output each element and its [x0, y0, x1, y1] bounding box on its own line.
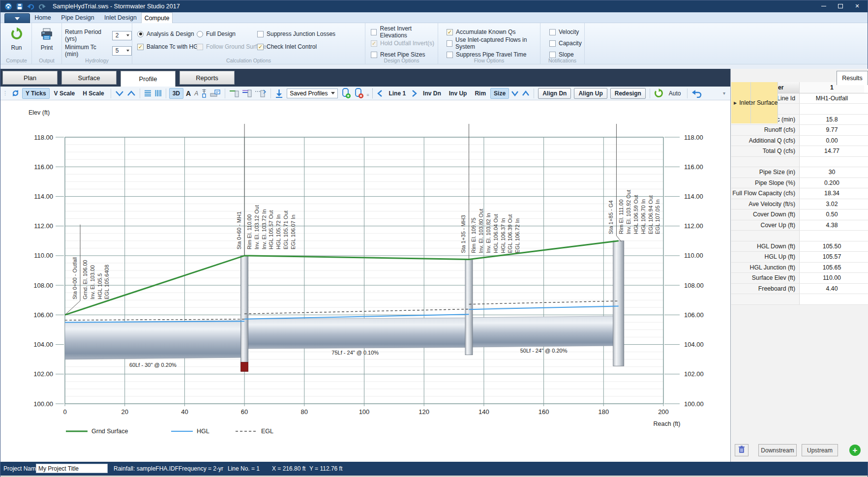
checkbox-reset-pipe-sizes[interactable]: Reset Pipe Sizes [371, 51, 425, 58]
radio-full-design[interactable]: Full Design [197, 30, 236, 37]
checkbox-reset-invert-elevations[interactable]: Reset Invert Elevations [371, 25, 438, 39]
toolbar-grip[interactable]: ⋮ [2, 90, 7, 96]
nudge-up-icon[interactable] [522, 90, 530, 96]
saved-profiles-select[interactable]: Saved Profiles [287, 89, 338, 98]
font-small-icon[interactable]: A [193, 90, 200, 97]
checkbox-accumulate-known-qs[interactable]: Accumulate Known Qs [447, 29, 515, 35]
expand-icon[interactable]: ▶ [734, 101, 737, 105]
minimum-tc-select[interactable]: 5 [112, 46, 132, 56]
results-row-value[interactable]: 0.00 [800, 136, 864, 146]
vertical-gridlines-icon[interactable] [154, 89, 162, 97]
results-row-value[interactable]: 9.77 [800, 125, 864, 135]
results-row[interactable]: Ave Velocity (ft/s)3.02 [731, 199, 868, 210]
results-row-value[interactable]: 105.50 [800, 241, 864, 252]
return-period-select[interactable]: 2 [112, 31, 132, 40]
h-scale-button[interactable]: H Scale [79, 88, 107, 99]
downstream-button[interactable]: Downstream [758, 444, 797, 456]
checkbox-suppress-pipe-travel-time[interactable]: Suppress Pipe Travel Time [447, 51, 526, 58]
results-row-value[interactable]: 14.77 [800, 146, 864, 156]
results-row[interactable]: HGL Up (ft)105.57 [731, 252, 868, 263]
results-group-header[interactable]: ▶Inlet [731, 82, 751, 123]
checkbox-velocity[interactable]: Velocity [549, 29, 579, 35]
delete-line-button[interactable] [735, 444, 748, 456]
results-row[interactable]: Full Flow Capacity (cfs)18.34 [731, 188, 868, 199]
results-group-row[interactable]: ◢Water Surface [731, 231, 868, 241]
invert-up-icon[interactable] [242, 89, 252, 97]
project-name-input[interactable] [36, 464, 108, 473]
checkbox-capacity[interactable]: Capacity [549, 40, 582, 47]
view-tab-reports[interactable]: Reports [180, 71, 235, 85]
inv-dn-button[interactable]: Inv Dn [419, 88, 445, 99]
pipe-extend-icon[interactable] [255, 89, 267, 97]
results-row[interactable]: HGL Junction (ft)105.65 [731, 263, 868, 273]
invert-down-icon[interactable] [229, 89, 239, 97]
checkbox-check-inlet-control[interactable]: Check Inlet Control [257, 43, 317, 50]
app-icon[interactable] [4, 2, 12, 10]
next-line-icon[interactable] [411, 89, 418, 97]
three-d-toggle[interactable]: 3D [169, 88, 183, 99]
results-row[interactable]: Runoff (cfs)9.77 [731, 125, 868, 136]
results-row[interactable]: Surface Elev (ft)110.00 [731, 273, 868, 284]
radio-analysis-design[interactable]: Analysis & Design [137, 30, 194, 37]
upstream-button[interactable]: Upstream [802, 444, 838, 456]
chevron-down-icon[interactable] [115, 90, 124, 96]
previous-line-icon[interactable] [377, 89, 383, 97]
horizontal-gridlines-icon[interactable] [144, 89, 151, 97]
ribbon-tab-compute[interactable]: Compute [141, 12, 173, 23]
results-row-value[interactable]: 105.65 [800, 263, 864, 273]
align-dn-button[interactable]: Align Dn [538, 88, 571, 99]
results-row-value[interactable]: 15.8 [800, 115, 864, 125]
results-row-value[interactable]: 110.00 [800, 273, 864, 283]
checkbox-slope[interactable]: Slope [549, 51, 574, 58]
checkbox-balance-tc-with-hgl[interactable]: Balance Tc with HGL [137, 43, 201, 50]
more-options-icon[interactable]: ≡ [366, 92, 369, 97]
redesign-button[interactable]: Redesign [610, 88, 646, 99]
checkbox-hold-outfall-inverts[interactable]: Hold Outfall Invert(s) [371, 40, 434, 47]
results-row[interactable]: Freeboard (ft)4.40 [731, 284, 868, 295]
refresh-icon[interactable] [11, 89, 20, 98]
file-menu-button[interactable] [4, 13, 30, 24]
ribbon-tab-home[interactable]: Home [31, 12, 55, 23]
delete-profile-icon[interactable] [354, 88, 364, 99]
redo-icon[interactable] [38, 3, 46, 10]
close-button[interactable]: ✕ [849, 1, 866, 11]
undo-profile-icon[interactable] [691, 89, 702, 98]
results-row-value[interactable]: 4.40 [800, 284, 864, 294]
results-group-row[interactable]: ▶Inlet [731, 294, 868, 305]
inv-up-button[interactable]: Inv Up [446, 88, 471, 99]
font-large-icon[interactable]: A [184, 89, 193, 97]
save-icon[interactable] [16, 3, 23, 10]
results-row-value[interactable]: 4.38 [800, 220, 864, 231]
checkbox-suppress-junction-losses[interactable]: Suppress Junction Losses [257, 30, 335, 37]
view-tab-plan[interactable]: Plan [2, 71, 58, 85]
toolbar-overflow-icon[interactable]: ▾ [723, 90, 725, 96]
rim-button[interactable]: Rim [471, 88, 489, 99]
results-row[interactable]: Additional Q (cfs)0.00 [731, 136, 868, 147]
ribbon-tab-inlet-design[interactable]: Inlet Design [101, 12, 140, 23]
results-row-value[interactable]: 3.02 [800, 199, 864, 209]
results-row-value[interactable]: 0.200 [800, 178, 864, 188]
station-markers-icon[interactable] [201, 89, 207, 98]
results-row[interactable]: HGL Down (ft)105.50 [731, 241, 868, 252]
chevron-up-icon[interactable] [127, 90, 136, 96]
run-button[interactable]: Run [1, 27, 31, 51]
results-row[interactable]: Cover Down (ft)0.50 [731, 209, 868, 220]
checkbox-use-inlet-captured-flows[interactable]: Use Inlet-captured Flows in System [447, 36, 540, 50]
download-profile-icon[interactable] [275, 89, 283, 98]
ribbon-tab-pipe-design[interactable]: Pipe Design [59, 12, 97, 23]
results-group-row[interactable]: ◢Conduit [731, 157, 868, 168]
results-row-value[interactable]: MH1-Outfall [800, 93, 864, 104]
checkbox-follow-ground-surface[interactable]: Follow Ground Surface [197, 43, 267, 50]
undo-icon[interactable] [27, 3, 34, 10]
results-row[interactable]: Total Q (cfs)14.77 [731, 146, 868, 157]
pipe-label-icon[interactable] [210, 89, 221, 97]
add-profile-icon[interactable] [341, 88, 351, 99]
results-row-value[interactable]: 0.50 [800, 209, 864, 220]
size-toggle[interactable]: Size [490, 88, 509, 99]
minimize-button[interactable] [815, 1, 832, 11]
results-row-value[interactable]: 18.34 [800, 188, 864, 199]
results-row[interactable]: Pipe Size (in)30 [731, 167, 868, 178]
auto-label[interactable]: Auto [665, 88, 685, 99]
view-tab-surface[interactable]: Surface [61, 71, 117, 85]
profile-chart-svg[interactable]: Sta 0+00 - OutfallGrnd. El. 106.00Inv. E… [0, 100, 730, 462]
